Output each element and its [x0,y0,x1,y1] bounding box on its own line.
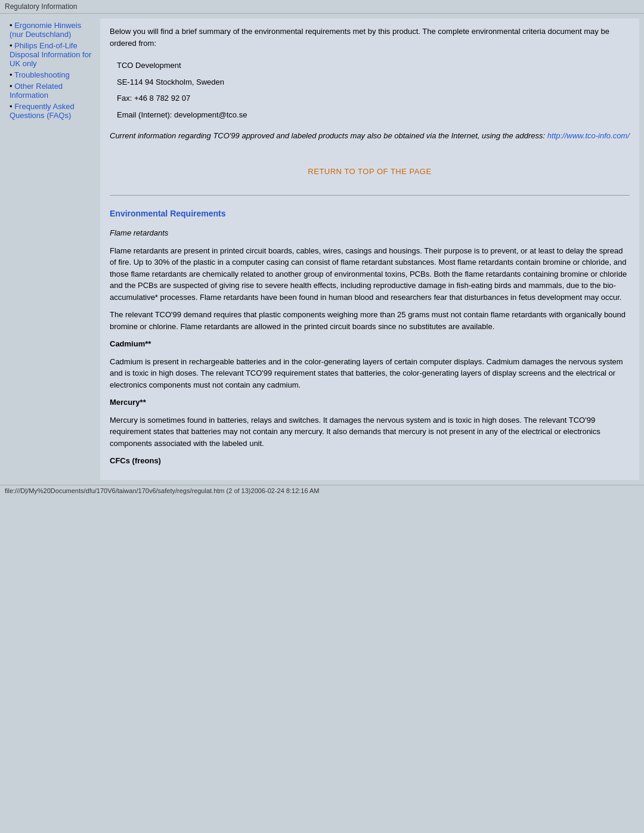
return-to-top-link[interactable]: RETURN TO TOP OF THE PAGE [308,167,431,176]
bottom-bar-text: file:///D|/My%20Documents/dfu/170V6/taiw… [5,487,319,494]
contact-line-4: Email (Internet): development@tco.se [117,107,623,123]
tco-info-link[interactable]: http://www.tco-info.com/ [547,131,630,140]
sidebar-link-ergonomie[interactable]: Ergonomie Hinweis (nur Deutschland) [10,21,81,39]
sidebar-item-ergonomie: Ergonomie Hinweis (nur Deutschland) [10,21,95,39]
sidebar-item-philips: Philips End-of-Life Disposal Information… [10,41,95,68]
intro-paragraph: Below you will find a brief summary of t… [110,26,630,49]
top-bar-title: Regulatory Information [5,2,77,11]
flame-retardants-para1: Flame retardants are present in printed … [110,245,630,304]
cfcs-subtitle: CFCs (freons) [110,455,630,467]
flame-retardants-subtitle: Flame retardants [110,227,630,239]
contact-line-2: SE-114 94 Stockholm, Sweden [117,74,623,91]
contact-block: TCO Development SE-114 94 Stockholm, Swe… [110,55,630,125]
main-layout: Ergonomie Hinweis (nur Deutschland) Phil… [0,14,644,485]
sidebar-link-faqs[interactable]: Frequently Asked Questions (FAQs) [10,102,75,120]
sidebar-item-faqs: Frequently Asked Questions (FAQs) [10,102,95,120]
sidebar-link-philips[interactable]: Philips End-of-Life Disposal Information… [10,41,91,68]
contact-line-3: Fax: +46 8 782 92 07 [117,90,623,107]
section-divider [110,195,630,196]
flame-retardants-para2: The relevant TCO'99 demand requires that… [110,309,630,332]
italic-note: Current information regarding TCO'99 app… [110,130,630,142]
sidebar-link-troubleshooting[interactable]: Troubleshooting [14,70,70,79]
content-area: Below you will find a brief summary of t… [100,18,639,480]
bottom-bar: file:///D|/My%20Documents/dfu/170V6/taiw… [0,485,644,496]
cadmium-subtitle: Cadmium** [110,338,630,350]
cadmium-para: Cadmium is present in rechargeable batte… [110,356,630,391]
contact-line-1: TCO Development [117,57,623,74]
return-to-top-container: RETURN TO TOP OF THE PAGE [110,148,630,190]
sidebar-item-troubleshooting: Troubleshooting [10,70,95,79]
sidebar-nav: Ergonomie Hinweis (nur Deutschland) Phil… [10,21,95,120]
sidebar-link-other-related[interactable]: Other Related Information [10,82,63,100]
mercury-subtitle: Mercury** [110,397,630,408]
sidebar-item-other-related: Other Related Information [10,82,95,100]
environmental-section-title: Environmental Requirements [110,208,630,220]
italic-text-before: Current information regarding TCO'99 app… [110,131,547,140]
top-bar: Regulatory Information [0,0,644,14]
mercury-para: Mercury is sometimes found in batteries,… [110,414,630,450]
sidebar: Ergonomie Hinweis (nur Deutschland) Phil… [5,18,100,480]
